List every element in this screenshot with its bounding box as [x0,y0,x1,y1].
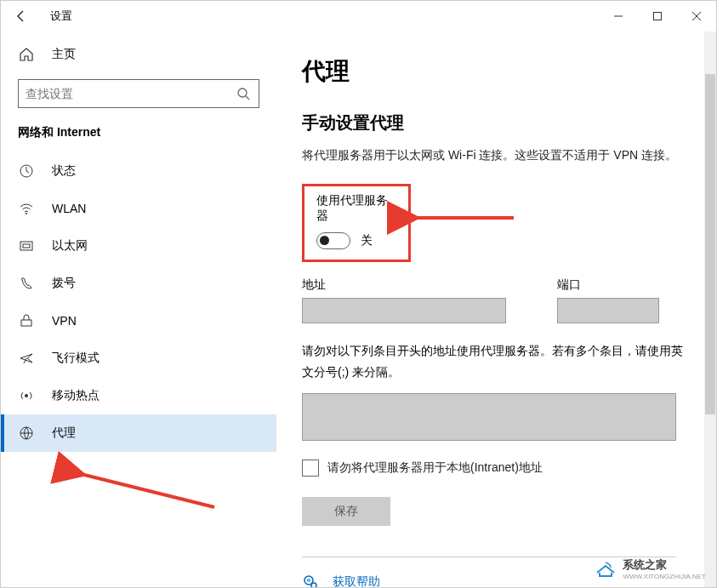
svg-rect-1 [654,13,662,20]
nav-item-proxy[interactable]: 代理 [1,414,276,452]
nav-item-wlan[interactable]: WLAN [1,190,276,227]
nav-label: VPN [52,314,77,328]
nav-label: 代理 [52,425,76,441]
proxy-toggle[interactable] [316,232,350,249]
nav-label: 拨号 [52,276,76,291]
nav-item-vpn[interactable]: VPN [1,302,276,340]
wifi-icon [18,201,35,216]
port-field: 端口 [557,277,659,323]
nav-item-ethernet[interactable]: 以太网 [1,227,276,265]
local-bypass-checkbox[interactable] [302,460,319,477]
nav-item-status[interactable]: 状态 [1,152,276,190]
svg-line-3 [246,96,249,100]
window-controls [599,1,716,31]
globe-icon [18,425,35,441]
content-area: 代理 手动设置代理 将代理服务器用于以太网或 Wi-Fi 连接。这些设置不适用于… [276,31,716,587]
svg-point-12 [311,583,316,587]
maximize-button[interactable] [638,1,677,31]
save-button[interactable]: 保存 [302,497,390,526]
back-button[interactable] [8,3,35,30]
nav-item-dialup[interactable]: 拨号 [1,265,276,302]
home-link[interactable]: 主页 [1,40,276,69]
toggle-state-label: 关 [361,233,373,248]
nav-label: 飞行模式 [52,351,100,366]
watermark-brand: 系统之家 [623,557,706,573]
address-label: 地址 [302,277,506,293]
address-field: 地址 [302,277,506,323]
sidebar: 主页 网络和 Internet 状态 WLAN 以太网 [1,31,276,587]
watermark-url: WWW.XITONGZHIJIA.NET [623,573,706,580]
watermark: 系统之家 WWW.XITONGZHIJIA.NET [594,557,706,580]
window-title: 设置 [50,9,72,24]
nav-item-airplane[interactable]: 飞行模式 [1,340,276,377]
nav-item-hotspot[interactable]: 移动热点 [1,377,276,414]
svg-rect-7 [23,244,30,248]
nav-label: 以太网 [52,238,88,254]
address-input[interactable] [302,298,506,323]
svg-rect-6 [20,242,32,250]
close-button[interactable] [677,1,716,31]
nav-label: 移动热点 [52,388,100,403]
port-input[interactable] [557,298,659,323]
svg-point-5 [26,213,27,214]
home-icon [18,47,35,62]
bypass-textarea[interactable] [302,393,676,441]
search-box[interactable] [18,79,259,108]
watermark-logo-icon [594,561,617,578]
svg-point-9 [25,394,28,397]
proxy-toggle-box: 使用代理服务器 关 [302,184,411,262]
status-icon [18,163,35,179]
port-label: 端口 [557,277,659,293]
help-link-text: 获取帮助 [333,574,380,587]
hotspot-icon [18,388,35,403]
airplane-icon [18,351,35,366]
search-icon [235,87,252,100]
nav-label: WLAN [52,202,86,215]
vpn-icon [18,313,35,328]
titlebar: 设置 [1,1,716,31]
local-bypass-label: 请勿将代理服务器用于本地(Intranet)地址 [327,460,543,476]
home-label: 主页 [52,47,76,62]
section-title: 手动设置代理 [302,111,691,134]
search-input[interactable] [26,87,235,100]
bypass-description: 请勿对以下列条目开头的地址使用代理服务器。若有多个条目，请使用英文分号(;) 来… [302,340,691,383]
nav-list: 状态 WLAN 以太网 拨号 VPN 飞行模式 [1,152,276,452]
scrollbar[interactable] [704,31,716,587]
nav-label: 状态 [52,163,76,179]
section-description: 将代理服务器用于以太网或 Wi-Fi 连接。这些设置不适用于 VPN 连接。 [302,148,691,163]
minimize-button[interactable] [599,1,638,31]
ethernet-icon [18,238,35,254]
toggle-title: 使用代理服务器 [316,193,396,224]
help-icon [302,574,319,587]
page-title: 代理 [302,55,691,88]
svg-point-2 [238,88,247,97]
category-header: 网络和 Internet [1,125,276,152]
svg-rect-8 [21,320,31,326]
dialup-icon [18,276,35,291]
